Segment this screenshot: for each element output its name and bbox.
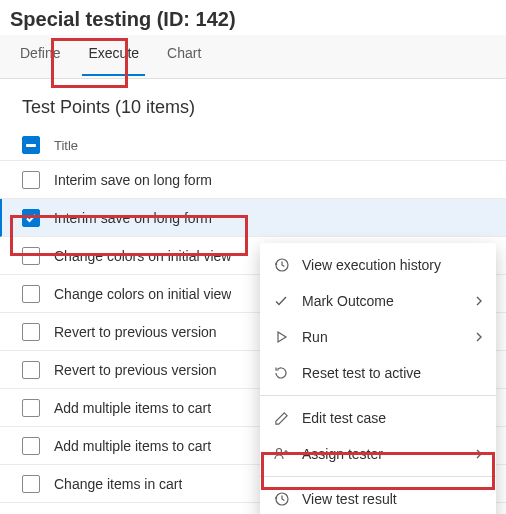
row-title: Interim save on long form [54, 210, 212, 226]
chevron-right-icon [474, 449, 484, 459]
menu-label: View test result [302, 491, 484, 507]
menu-assign-tester[interactable]: Assign tester [260, 436, 496, 472]
menu-label: Assign tester [302, 446, 474, 462]
page-title: Special testing (ID: 142) [0, 0, 506, 35]
table-row[interactable]: Interim save on long form [0, 199, 506, 237]
menu-separator [260, 395, 496, 396]
row-checkbox[interactable] [22, 247, 40, 265]
row-title: Change colors on initial view [54, 286, 231, 302]
assign-icon [272, 445, 290, 463]
row-title: Revert to previous version [54, 362, 217, 378]
row-title: Change items in cart [54, 476, 182, 492]
menu-reset-test[interactable]: Reset test to active [260, 355, 496, 391]
edit-icon [272, 409, 290, 427]
chevron-right-icon [474, 332, 484, 342]
play-icon [272, 328, 290, 346]
row-checkbox[interactable] [22, 209, 40, 227]
context-menu: View execution history Mark Outcome Run … [260, 243, 496, 514]
history-icon [272, 256, 290, 274]
row-checkbox[interactable] [22, 361, 40, 379]
tab-define[interactable]: Define [6, 35, 74, 78]
chevron-right-icon [474, 296, 484, 306]
row-checkbox[interactable] [22, 437, 40, 455]
row-title: Add multiple items to cart [54, 438, 211, 454]
menu-label: Mark Outcome [302, 293, 474, 309]
menu-label: Reset test to active [302, 365, 484, 381]
row-title: Change colors on initial view [54, 248, 231, 264]
check-icon [272, 292, 290, 310]
row-checkbox[interactable] [22, 171, 40, 189]
column-header-title[interactable]: Title [54, 138, 78, 153]
tab-execute[interactable]: Execute [74, 35, 153, 78]
row-title: Add multiple items to cart [54, 400, 211, 416]
history-icon [272, 490, 290, 508]
row-title: Revert to previous version [54, 324, 217, 340]
menu-view-test-result[interactable]: View test result [260, 481, 496, 514]
reset-icon [272, 364, 290, 382]
row-checkbox[interactable] [22, 475, 40, 493]
grid-header: Title [0, 130, 506, 161]
menu-label: View execution history [302, 257, 484, 273]
menu-mark-outcome[interactable]: Mark Outcome [260, 283, 496, 319]
table-row[interactable]: Interim save on long form [0, 161, 506, 199]
row-checkbox[interactable] [22, 399, 40, 417]
section-title: Test Points (10 items) [0, 79, 506, 130]
menu-label: Run [302, 329, 474, 345]
tab-bar: Define Execute Chart [0, 35, 506, 79]
menu-view-execution-history[interactable]: View execution history [260, 247, 496, 283]
row-checkbox[interactable] [22, 323, 40, 341]
menu-run[interactable]: Run [260, 319, 496, 355]
tab-chart[interactable]: Chart [153, 35, 215, 78]
svg-point-1 [277, 449, 282, 454]
menu-label: Edit test case [302, 410, 484, 426]
row-title: Interim save on long form [54, 172, 212, 188]
row-checkbox[interactable] [22, 285, 40, 303]
select-all-checkbox[interactable] [22, 136, 40, 154]
menu-edit-test-case[interactable]: Edit test case [260, 400, 496, 436]
menu-separator [260, 476, 496, 477]
